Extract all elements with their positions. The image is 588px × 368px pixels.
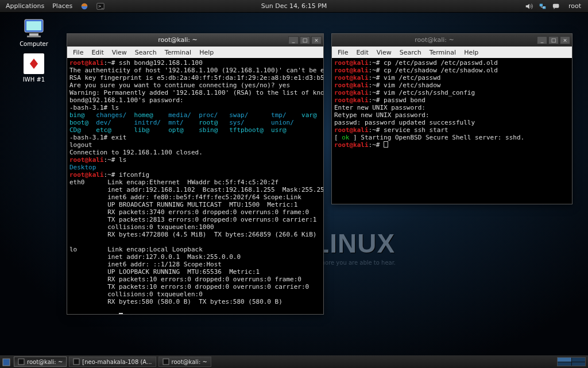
menu-file[interactable]: File <box>334 48 351 57</box>
desktop-icon-computer[interactable]: Computer <box>14 17 54 47</box>
menu-edit[interactable]: Edit <box>88 48 107 57</box>
taskbar-item[interactable]: root@kali: ~ <box>14 357 67 367</box>
menu-terminal[interactable]: Terminal <box>161 48 195 57</box>
menu-help[interactable]: Help <box>461 48 482 57</box>
close-button[interactable]: × <box>311 36 322 44</box>
maximize-button[interactable]: □ <box>300 36 310 44</box>
minimize-button[interactable]: _ <box>537 36 547 44</box>
menu-file[interactable]: File <box>69 48 87 57</box>
terminal-body[interactable]: root@kali:~# cp /etc/passwd /etc/passwd.… <box>332 58 572 204</box>
svg-rect-3 <box>540 3 543 6</box>
menu-help[interactable]: Help <box>196 48 217 57</box>
desktop[interactable]: KALI LINUX The quieter you become, the m… <box>0 13 588 355</box>
volume-icon[interactable] <box>525 2 533 10</box>
taskbar-item[interactable]: [neo-mahakala-108 (A... <box>69 357 156 367</box>
titlebar[interactable]: root@kali: ~ _ □ × <box>332 34 572 47</box>
chat-icon[interactable] <box>552 2 560 10</box>
desktop-icon-label: Computer <box>14 41 54 47</box>
menu-terminal[interactable]: Terminal <box>426 48 460 57</box>
menu-view[interactable]: View <box>109 48 130 57</box>
menubar: FileEditViewSearchTerminalHelp <box>332 47 572 58</box>
svg-rect-12 <box>74 359 79 365</box>
close-button[interactable]: × <box>560 36 570 44</box>
bottom-panel: root@kali: ~[neo-mahakala-108 (A...root@… <box>0 355 588 368</box>
taskbar-item[interactable]: root@kali: ~ <box>158 357 211 367</box>
titlebar[interactable]: root@kali: ~ _ □ × <box>67 34 323 47</box>
svg-rect-9 <box>27 36 41 37</box>
iwh-icon <box>21 53 47 75</box>
applications-menu[interactable]: Applications <box>3 2 47 10</box>
window-title: root@kali: ~ <box>332 36 537 44</box>
computer-icon <box>21 17 47 39</box>
menu-search[interactable]: Search <box>396 48 425 57</box>
iceweasel-launcher-icon[interactable] <box>78 2 91 10</box>
places-menu[interactable]: Places <box>50 2 75 10</box>
svg-rect-5 <box>553 3 559 7</box>
svg-rect-10 <box>3 359 10 366</box>
svg-rect-11 <box>18 359 24 365</box>
maximize-button[interactable]: □ <box>548 36 559 44</box>
clock[interactable]: Sun Dec 14, 6:15 PM <box>261 2 327 10</box>
terminal-launcher-icon[interactable]: >_ <box>94 2 107 10</box>
menubar: FileEditViewSearchTerminalHelp <box>67 47 323 58</box>
terminal-window-1[interactable]: root@kali: ~ _ □ × FileEditViewSearchTer… <box>67 33 324 315</box>
terminal-body[interactable]: root@kali:~# ssh bond@192.168.1.100 The … <box>67 58 323 314</box>
network-icon[interactable] <box>539 2 547 10</box>
svg-rect-7 <box>26 21 41 30</box>
menu-view[interactable]: View <box>373 48 395 57</box>
menu-edit[interactable]: Edit <box>353 48 372 57</box>
desktop-icon-iwh[interactable]: IWH #1 <box>14 53 54 83</box>
user-menu[interactable]: root <box>566 2 583 10</box>
window-title: root@kali: ~ <box>67 36 288 44</box>
workspace-switcher[interactable] <box>557 357 586 366</box>
show-desktop-icon[interactable] <box>2 358 10 366</box>
top-panel: Applications Places >_ Sun Dec 14, 6:15 … <box>0 0 588 13</box>
menu-search[interactable]: Search <box>131 48 160 57</box>
terminal-window-2[interactable]: root@kali: ~ _ □ × FileEditViewSearchTer… <box>331 33 572 204</box>
minimize-button[interactable]: _ <box>288 36 299 44</box>
desktop-icon-label: IWH #1 <box>14 76 54 83</box>
svg-rect-8 <box>29 33 38 36</box>
svg-text:>_: >_ <box>98 3 104 8</box>
svg-rect-13 <box>163 359 169 365</box>
